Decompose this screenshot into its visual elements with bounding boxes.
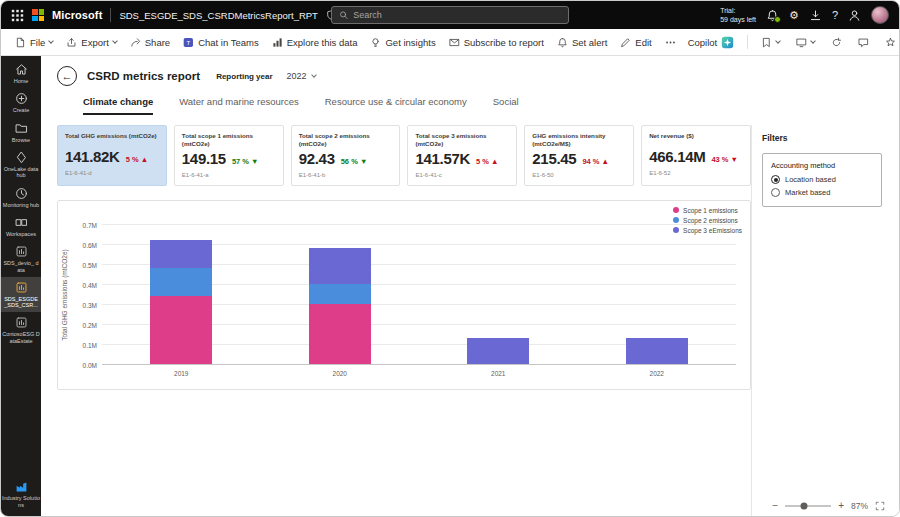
bar-segment-scope-3-eemissions[interactable]: [150, 240, 212, 268]
kpi-card-total-scope-2-emissions-mtco2e[interactable]: Total scope 2 emissions (mtCO2e)92.4356 …: [291, 125, 401, 186]
kpi-card-total-scope-1-emissions-mtco2e[interactable]: Total scope 1 emissions (mtCO2e)149.1557…: [174, 125, 284, 186]
sidebar-item-contosoesg-dataestate[interactable]: ContosoESG DataEstate: [1, 312, 41, 348]
help-icon[interactable]: ?: [832, 10, 838, 21]
sidebar-item-sds-esgde-sds-csr[interactable]: SDS_ESGDE _SDS_CSR...: [1, 277, 41, 313]
subscribe-to-report-button[interactable]: Subscribe to report: [443, 34, 550, 51]
bar-segment-scope-3-eemissions[interactable]: [467, 338, 529, 364]
bookmarks-button[interactable]: [755, 34, 786, 51]
tab-climate-change[interactable]: Climate change: [83, 96, 153, 115]
kpi-card-ghg-emissions-intensity-mtco2e-m[interactable]: GHG emissions intensity (mtCO2e/M$)215.4…: [524, 125, 634, 186]
comments-button[interactable]: [852, 34, 875, 51]
kpi-value-row: 92.4356 % ▼: [299, 150, 393, 167]
legend-item-scope-1-emissions[interactable]: Scope 1 emissions: [673, 207, 742, 214]
edit-button[interactable]: Edit: [614, 34, 657, 51]
chevron-down-icon: [112, 38, 118, 44]
bar-2021[interactable]: [467, 338, 529, 364]
report-header: ← CSRD metrics report Reporting year 202…: [41, 56, 899, 88]
view-button[interactable]: [790, 34, 821, 51]
sidebar-item-browse[interactable]: Browse: [1, 118, 41, 147]
tab-water-and-marine-resources[interactable]: Water and marine resources: [179, 96, 299, 115]
more-options-button[interactable]: [659, 34, 682, 51]
radio-option-market-based[interactable]: Market based: [771, 188, 873, 197]
x-tick-label: 2021: [491, 370, 505, 377]
content-row: Total GHG emissions (mtCO2e)141.82K5 % ▲…: [41, 115, 899, 516]
bar-2020[interactable]: [309, 248, 371, 364]
settings-gear-icon[interactable]: ⚙: [789, 10, 799, 21]
export-menu[interactable]: Export: [60, 34, 122, 51]
kpi-card-total-ghg-emissions-mtco2e[interactable]: Total GHG emissions (mtCO2e)141.82K5 % ▲…: [57, 125, 167, 186]
favorite-button[interactable]: [879, 34, 900, 51]
zoom-out-button[interactable]: −: [772, 500, 778, 511]
more-icon: [665, 37, 676, 48]
account-avatar[interactable]: [871, 6, 889, 24]
back-button[interactable]: ←: [57, 66, 77, 86]
reporting-year-value: 2022: [287, 71, 307, 81]
kpi-card-row: Total GHG emissions (mtCO2e)141.82K5 % ▲…: [57, 125, 751, 186]
zoom-slider[interactable]: [785, 505, 831, 507]
workspace-icon: [15, 245, 28, 258]
download-icon[interactable]: [809, 9, 822, 22]
legend-item-scope-3-eemissions[interactable]: Scope 3 eEmissions: [673, 227, 742, 234]
tab-resource-use-circular-economy[interactable]: Resource use & circular economy: [325, 96, 467, 115]
bar-2022[interactable]: [626, 338, 688, 364]
search-icon: [339, 10, 348, 20]
bar-segment-scope-2-emissions[interactable]: [150, 268, 212, 296]
bar-segment-scope-2-emissions[interactable]: [309, 284, 371, 304]
industry-icon: [15, 480, 28, 493]
kpi-value: 215.45: [532, 150, 576, 167]
sidebar-item-monitoring-hub[interactable]: Monitoring hub: [1, 183, 41, 212]
radio-icon[interactable]: [771, 175, 780, 184]
kpi-delta: 5 % ▲: [476, 157, 498, 166]
bar-segment-scope-3-eemissions[interactable]: [626, 338, 688, 364]
legend-item-scope-2-emissions[interactable]: Scope 2 emissions: [673, 217, 742, 224]
report-name-breadcrumb[interactable]: SDS_ESGDE_SDS_CSRDMetricsReport_RPT: [119, 10, 318, 21]
radio-icon[interactable]: [771, 188, 780, 197]
kpi-card-total-scope-3-emissions-mtco2e[interactable]: Total scope 3 emissions (mtCO2e)141.57K5…: [407, 125, 517, 186]
notifications-icon[interactable]: [766, 9, 779, 22]
kpi-card-net-revenue[interactable]: Net revenue ($)466.14M43 % ▼E1-6-52: [641, 125, 751, 186]
ghg-emissions-stacked-bar-chart[interactable]: Total GHG emissions (mtCO2e) 0.0M0.1M0.2…: [57, 200, 751, 390]
microsoft-logo: [32, 9, 44, 21]
tab-social[interactable]: Social: [493, 96, 519, 115]
sidebar-item-sds-devio-data[interactable]: SDS_devio_ data: [1, 241, 41, 277]
bar-segment-scope-3-eemissions[interactable]: [309, 248, 371, 284]
teams-icon: T: [183, 37, 194, 48]
share-button[interactable]: Share: [124, 34, 176, 51]
set-alert-button[interactable]: Set alert: [551, 34, 613, 51]
feedback-person-icon[interactable]: [848, 9, 861, 22]
chat-in-teams-button[interactable]: TChat in Teams: [177, 34, 265, 51]
search-input[interactable]: [353, 10, 561, 20]
app-body: HomeCreateBrowseOneLake data hubMonitori…: [1, 56, 899, 516]
sidebar-item-onelake-data-hub[interactable]: OneLake data hub: [1, 147, 41, 183]
sidebar-item-workspaces[interactable]: Workspaces: [1, 212, 41, 241]
toolbar-item-label: Get insights: [385, 37, 435, 48]
kpi-card-title: Total GHG emissions (mtCO2e): [65, 132, 159, 146]
sidebar-item-industry-solutions[interactable]: Industry Solutions: [1, 476, 41, 512]
sidebar-item-create[interactable]: Create: [1, 88, 41, 117]
explore-this-data-button[interactable]: Explore this data: [266, 34, 364, 51]
file-menu[interactable]: File: [9, 34, 59, 51]
create-icon: [15, 92, 28, 105]
zoom-in-button[interactable]: +: [838, 500, 844, 511]
zoom-slider-handle[interactable]: [800, 502, 807, 509]
monitor-icon: [796, 37, 807, 48]
reporting-year-dropdown[interactable]: 2022: [283, 69, 320, 83]
sidebar-item-home[interactable]: Home: [1, 59, 41, 88]
bar-2019[interactable]: [150, 240, 212, 364]
search-box[interactable]: [331, 6, 569, 24]
bar-segment-scope-1-emissions[interactable]: [150, 296, 212, 364]
radio-option-location-based[interactable]: Location based: [771, 175, 873, 184]
home-icon: [15, 63, 28, 76]
report-main: ← CSRD metrics report Reporting year 202…: [41, 56, 899, 516]
fit-to-page-icon[interactable]: [875, 501, 885, 511]
kpi-card-title: Total scope 2 emissions (mtCO2e): [299, 132, 393, 148]
copilot-button[interactable]: Copilot: [682, 33, 741, 52]
refresh-button[interactable]: [825, 34, 848, 51]
gridline: [102, 364, 736, 365]
get-insights-button[interactable]: Get insights: [364, 34, 441, 51]
bar-segment-scope-1-emissions[interactable]: [309, 304, 371, 364]
trial-status: Trial: 59 days left: [720, 6, 756, 24]
kpi-value: 149.15: [182, 150, 226, 167]
app-launcher-icon[interactable]: [11, 9, 24, 22]
bookmark-icon: [761, 37, 772, 48]
